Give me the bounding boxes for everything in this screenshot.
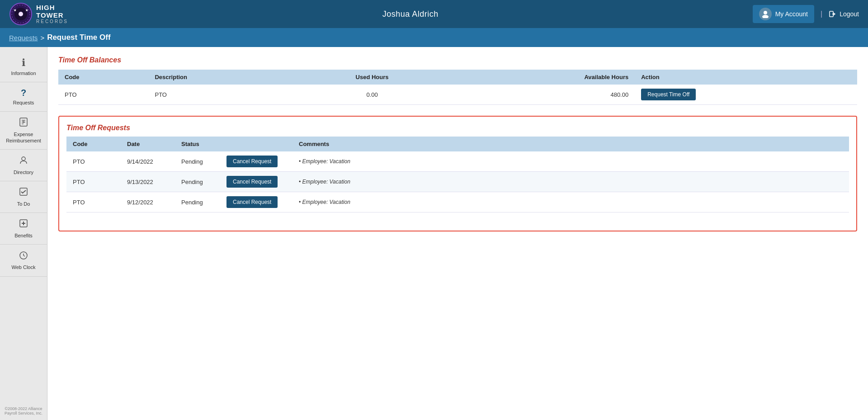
sidebar-item-information[interactable]: ℹ Information <box>0 52 47 82</box>
sidebar-item-directory[interactable]: Directory <box>0 150 47 181</box>
sidebar-footer: ©2008-2022 Alliance Payroll Services, In… <box>0 402 47 420</box>
cancel-request-button[interactable]: Cancel Request <box>226 196 278 208</box>
main-layout: ℹ Information ? Requests $ Expense Reimb… <box>0 47 868 420</box>
svg-point-2 <box>19 12 23 16</box>
request-comment: • Employee: Vacation <box>292 192 849 212</box>
table-row: PTO PTO 0.00 480.00 Request Time Off <box>58 85 857 105</box>
header-actions: My Account | Logout <box>753 5 859 23</box>
req-col-code: Code <box>66 137 121 151</box>
col-used-hours: Used Hours <box>297 70 448 85</box>
logout-icon <box>829 10 837 18</box>
directory-icon <box>19 155 28 168</box>
sidebar-label-information: Information <box>11 71 36 76</box>
sidebar-item-benefits[interactable]: Benefits <box>0 213 47 245</box>
sidebar-item-expense[interactable]: $ Expense Reimbursement <box>0 112 47 149</box>
sidebar-label-todo: To Do <box>17 201 30 207</box>
req-col-comments: Comments <box>292 137 849 151</box>
svg-point-15 <box>22 157 25 160</box>
breadcrumb-parent[interactable]: Requests <box>9 34 38 42</box>
svg-text:★: ★ <box>14 9 17 12</box>
sidebar-label-requests: Requests <box>13 100 34 106</box>
table-row: PTO 9/12/2022 Pending Cancel Request • E… <box>66 192 849 212</box>
request-cancel-cell: Cancel Request <box>220 172 292 192</box>
request-code: PTO <box>66 172 121 192</box>
request-date: 9/14/2022 <box>121 151 175 172</box>
request-comment: • Employee: Vacation <box>292 151 849 172</box>
sidebar-item-todo[interactable]: To Do <box>0 181 47 213</box>
request-code: PTO <box>66 151 121 172</box>
todo-icon <box>19 187 28 199</box>
sidebar-item-webclock[interactable]: Web Clock <box>0 245 47 276</box>
svg-text:$: $ <box>23 120 25 124</box>
top-header: ★ ★ HIGH TOWER RECORDS Joshua Aldrich My… <box>0 0 868 28</box>
col-available-hours: Available Hours <box>447 70 635 85</box>
breadcrumb-separator: > <box>40 34 44 42</box>
logo-text-high: HIGH <box>36 4 68 12</box>
balance-available-hours: 480.00 <box>447 85 635 105</box>
requests-table: Code Date Status Comments PTO 9/14/2022 … <box>66 137 849 212</box>
breadcrumb-current: Request Time Off <box>47 33 110 42</box>
logo-icon: ★ ★ <box>9 2 33 26</box>
col-description: Description <box>148 70 297 85</box>
cancel-request-button[interactable]: Cancel Request <box>226 156 278 167</box>
request-date: 9/13/2022 <box>121 172 175 192</box>
logout-label: Logout <box>840 10 859 18</box>
my-account-button[interactable]: My Account <box>753 5 814 23</box>
information-icon: ℹ <box>22 57 25 69</box>
time-off-balances-section: Time Off Balances Code Description Used … <box>58 56 857 105</box>
benefits-icon <box>19 218 28 231</box>
request-comment: • Employee: Vacation <box>292 172 849 192</box>
table-row: PTO 9/13/2022 Pending Cancel Request • E… <box>66 172 849 192</box>
header-username: Joshua Aldrich <box>382 9 439 19</box>
req-col-cancel <box>220 137 292 151</box>
expense-icon: $ <box>19 117 28 130</box>
req-col-date: Date <box>121 137 175 151</box>
sidebar-label-directory: Directory <box>14 170 33 175</box>
request-time-off-button[interactable]: Request Time Off <box>641 89 696 100</box>
request-status: Pending <box>175 192 220 212</box>
my-account-label: My Account <box>775 10 808 18</box>
sidebar-item-requests[interactable]: ? Requests <box>0 82 47 112</box>
balance-used-hours: 0.00 <box>297 85 448 105</box>
col-action: Action <box>635 70 857 85</box>
header-divider: | <box>821 10 822 18</box>
req-col-status: Status <box>175 137 220 151</box>
logo-text-tower: TOWER <box>36 12 68 19</box>
svg-line-22 <box>24 255 25 256</box>
balances-table: Code Description Used Hours Available Ho… <box>58 70 857 105</box>
request-status: Pending <box>175 172 220 192</box>
logo-area: ★ ★ HIGH TOWER RECORDS <box>9 2 68 26</box>
sidebar-label-expense: Expense Reimbursement <box>2 132 45 143</box>
requests-icon: ? <box>21 88 26 98</box>
breadcrumb-bar: Requests > Request Time Off <box>0 28 868 47</box>
webclock-icon <box>19 250 28 263</box>
content-area: Time Off Balances Code Description Used … <box>47 47 868 420</box>
logout-button[interactable]: Logout <box>829 10 859 18</box>
request-date: 9/12/2022 <box>121 192 175 212</box>
table-row: PTO 9/14/2022 Pending Cancel Request • E… <box>66 151 849 172</box>
sidebar-label-webclock: Web Clock <box>12 264 36 270</box>
request-cancel-cell: Cancel Request <box>220 151 292 172</box>
svg-point-7 <box>762 15 769 18</box>
time-off-balances-title: Time Off Balances <box>58 56 857 64</box>
sidebar-label-benefits: Benefits <box>14 233 33 239</box>
svg-point-6 <box>764 11 767 14</box>
request-code: PTO <box>66 192 121 212</box>
sidebar: ℹ Information ? Requests $ Expense Reimb… <box>0 47 47 420</box>
col-code: Code <box>58 70 148 85</box>
request-cancel-cell: Cancel Request <box>220 192 292 212</box>
time-off-requests-title: Time Off Requests <box>66 124 849 132</box>
time-off-requests-section: Time Off Requests Code Date Status Comme… <box>58 116 857 231</box>
logo-text-records: RECORDS <box>36 19 68 24</box>
account-avatar <box>759 8 772 20</box>
balance-description: PTO <box>148 85 297 105</box>
svg-text:★: ★ <box>25 9 28 12</box>
balance-code: PTO <box>58 85 148 105</box>
request-status: Pending <box>175 151 220 172</box>
balance-action: Request Time Off <box>635 85 857 105</box>
cancel-request-button[interactable]: Cancel Request <box>226 176 278 188</box>
